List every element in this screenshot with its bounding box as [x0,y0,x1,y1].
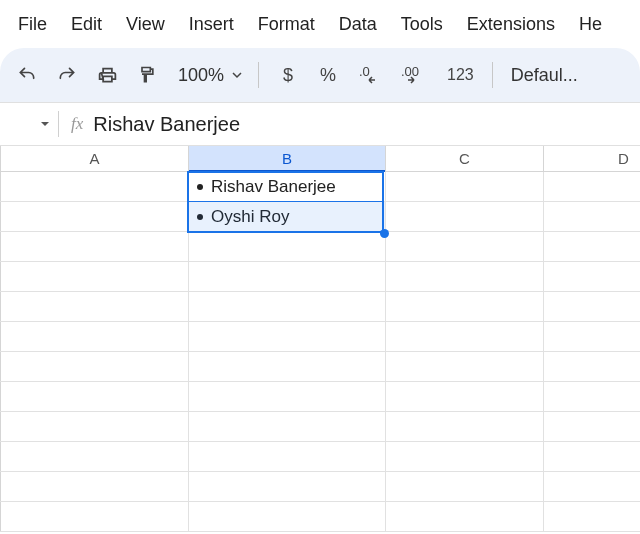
menu-file[interactable]: File [6,8,59,41]
cell[interactable] [1,262,189,291]
cell[interactable] [386,472,544,501]
cell-B2[interactable]: Oyshi Roy [189,202,386,231]
toolbar-divider [258,62,259,88]
zoom-dropdown[interactable]: 100% [170,65,246,86]
undo-button[interactable] [10,58,44,92]
column-header-D[interactable]: D [544,146,640,171]
toolbar: 100% $ % .0 .00 123 Defaul... [0,48,640,102]
cell-A2[interactable] [1,202,189,231]
cell[interactable] [189,502,386,531]
zoom-value: 100% [178,65,224,86]
column-headers: A B C D [0,146,640,172]
row-2: Oyshi Roy [0,202,640,232]
cell[interactable] [189,472,386,501]
cell[interactable] [386,322,544,351]
increase-decimal-button[interactable]: .00 [395,58,435,92]
cell[interactable] [189,352,386,381]
bullet-icon [197,184,203,190]
cell[interactable] [544,442,640,471]
cell[interactable] [1,412,189,441]
cell[interactable] [386,412,544,441]
percent-button[interactable]: % [311,58,345,92]
menu-insert[interactable]: Insert [177,8,246,41]
menu-view[interactable]: View [114,8,177,41]
svg-text:.0: .0 [359,64,370,79]
cell-B2-text: Oyshi Roy [211,207,289,227]
cell[interactable] [386,292,544,321]
bullet-icon [197,214,203,220]
menu-format[interactable]: Format [246,8,327,41]
cell[interactable] [386,502,544,531]
menu-data[interactable]: Data [327,8,389,41]
font-family-dropdown[interactable]: Defaul... [505,65,584,86]
svg-text:.00: .00 [401,64,419,79]
spreadsheet-grid: A B C D Rishav Banerjee Oyshi Roy [0,146,640,534]
decrease-decimal-button[interactable]: .0 [351,58,389,92]
chevron-down-icon [232,70,242,80]
cell[interactable] [1,502,189,531]
formula-bar: fx [0,102,640,146]
formula-input[interactable] [93,113,640,136]
menu-edit[interactable]: Edit [59,8,114,41]
cell[interactable] [189,292,386,321]
cell[interactable] [386,442,544,471]
cell[interactable] [544,502,640,531]
cell[interactable] [544,352,640,381]
cell[interactable] [189,232,386,261]
cell[interactable] [189,442,386,471]
cell[interactable] [386,382,544,411]
cell[interactable] [544,412,640,441]
cell[interactable] [544,322,640,351]
cell[interactable] [386,262,544,291]
cell[interactable] [189,412,386,441]
currency-button[interactable]: $ [271,58,305,92]
cell[interactable] [544,262,640,291]
cell[interactable] [1,472,189,501]
column-header-C[interactable]: C [386,146,544,171]
cell[interactable] [544,232,640,261]
menu-help[interactable]: He [567,8,602,41]
paint-format-button[interactable] [130,58,164,92]
cell-D2[interactable] [544,202,640,231]
cell[interactable] [1,352,189,381]
cell[interactable] [544,292,640,321]
cell[interactable] [189,262,386,291]
cell-C1[interactable] [386,172,544,201]
toolbar-divider-2 [492,62,493,88]
row-1: Rishav Banerjee [0,172,640,202]
cell[interactable] [1,232,189,261]
redo-button[interactable] [50,58,84,92]
print-button[interactable] [90,58,124,92]
column-header-B[interactable]: B [189,146,386,171]
cell[interactable] [544,472,640,501]
cell[interactable] [386,232,544,261]
number-format-button[interactable]: 123 [441,66,480,84]
name-box-dropdown[interactable] [0,103,58,145]
column-header-A[interactable]: A [1,146,189,171]
menu-tools[interactable]: Tools [389,8,455,41]
grid-rows: Rishav Banerjee Oyshi Roy [0,172,640,532]
cell-B1-text: Rishav Banerjee [211,177,336,197]
menu-extensions[interactable]: Extensions [455,8,567,41]
cell[interactable] [189,322,386,351]
cell[interactable] [189,382,386,411]
menu-bar: File Edit View Insert Format Data Tools … [0,0,640,48]
fx-icon: fx [59,114,93,134]
cell-D1[interactable] [544,172,640,201]
cell-C2[interactable] [386,202,544,231]
cell[interactable] [1,322,189,351]
cell[interactable] [544,382,640,411]
cell[interactable] [1,292,189,321]
cell[interactable] [386,352,544,381]
cell-A1[interactable] [1,172,189,201]
cell[interactable] [1,382,189,411]
cell-B1[interactable]: Rishav Banerjee [189,172,386,201]
cell[interactable] [1,442,189,471]
